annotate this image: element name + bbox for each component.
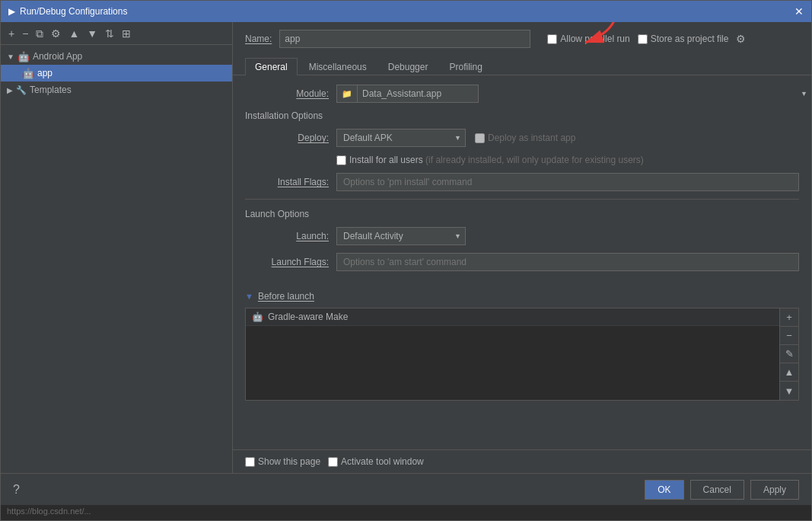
move-up-button[interactable]: ▲ bbox=[65, 27, 82, 40]
launch-select-wrapper: Default Activity ▼ bbox=[336, 227, 466, 245]
install-all-checkbox[interactable] bbox=[336, 155, 346, 165]
launch-label: Launch: bbox=[245, 231, 336, 241]
dialog-body: + − ⧉ ⚙ ▲ ▼ ⇅ ⊞ ▼ 🤖 Android App 🤖 bbox=[1, 22, 811, 473]
module-row: Module: 📁 Data_Assistant.app ▼ bbox=[245, 85, 799, 103]
config-tree: ▼ 🤖 Android App 🤖 app ▶ 🔧 Templates bbox=[1, 45, 232, 473]
store-as-project-file-checkbox[interactable] bbox=[638, 34, 648, 44]
list-remove-button[interactable]: − bbox=[780, 327, 798, 345]
deploy-instant-label: Deploy as instant app bbox=[475, 133, 575, 143]
settings-config-button[interactable]: ⚙ bbox=[48, 27, 64, 40]
before-launch-list-inner: 🤖 Gradle-aware Make bbox=[246, 308, 798, 400]
spacer bbox=[245, 279, 799, 291]
tree-item-templates[interactable]: ▶ 🔧 Templates bbox=[1, 82, 232, 98]
name-row: Name: Allow parall bbox=[233, 22, 811, 54]
store-as-project-file-text: Store as project file bbox=[651, 34, 729, 44]
tab-miscellaneous[interactable]: Miscellaneous bbox=[299, 58, 377, 75]
name-input[interactable] bbox=[279, 30, 530, 48]
before-launch-header: ▼ Before launch bbox=[245, 291, 799, 302]
before-launch-item-gradle[interactable]: 🤖 Gradle-aware Make bbox=[246, 308, 798, 326]
store-as-project-file-label[interactable]: Store as project file bbox=[638, 34, 729, 44]
collapse-before-launch-button[interactable]: ▼ bbox=[245, 292, 253, 301]
launch-options-title: Launch Options bbox=[245, 209, 799, 219]
deploy-row: Deploy: Default APK ▼ Deploy as instant … bbox=[245, 129, 799, 147]
dialog-footer: ? OK Cancel Apply bbox=[1, 473, 811, 505]
close-button[interactable]: ✕ bbox=[794, 6, 804, 17]
launch-flags-row: Launch Flags: bbox=[245, 253, 799, 271]
deploy-select[interactable]: Default APK bbox=[336, 129, 466, 147]
show-page-label[interactable]: Show this page bbox=[245, 456, 320, 467]
list-move-up-button[interactable]: ▲ bbox=[780, 363, 798, 382]
apply-button[interactable]: Apply bbox=[750, 480, 799, 500]
divider bbox=[245, 199, 799, 200]
url-bar: https://blog.csdn.net/... bbox=[1, 505, 811, 520]
list-add-button[interactable]: + bbox=[780, 308, 798, 327]
install-all-row: Install for all users (if already instal… bbox=[336, 155, 799, 165]
dialog: ▶ Run/Debug Configurations ✕ + − ⧉ ⚙ ▲ ▼… bbox=[0, 0, 812, 521]
android-app-label: Android App bbox=[33, 51, 82, 62]
allow-parallel-run-checkbox[interactable] bbox=[547, 34, 557, 44]
deploy-label: Deploy: bbox=[245, 133, 336, 143]
sort-button[interactable]: ⇅ bbox=[102, 27, 117, 40]
extra-button[interactable]: ⊞ bbox=[119, 27, 134, 40]
gear-button[interactable]: ⚙ bbox=[736, 33, 746, 45]
module-select[interactable]: Data_Assistant.app bbox=[357, 85, 479, 103]
bottom-bar: Show this page Activate tool window bbox=[233, 449, 811, 473]
allow-parallel-run-checkbox-label[interactable]: Allow parallel run bbox=[547, 34, 629, 44]
list-side-buttons: + − ✎ ▲ ▼ bbox=[779, 308, 799, 401]
run-debug-icon: ▶ bbox=[8, 6, 15, 17]
launch-select[interactable]: Default Activity bbox=[336, 227, 466, 245]
list-edit-button[interactable]: ✎ bbox=[780, 345, 798, 363]
tab-debugger[interactable]: Debugger bbox=[378, 58, 438, 75]
deploy-instant-checkbox bbox=[475, 133, 485, 143]
launch-flags-label: Launch Flags: bbox=[245, 257, 336, 267]
expand-icon: ▼ bbox=[7, 53, 14, 61]
title-bar: ▶ Run/Debug Configurations ✕ bbox=[1, 1, 811, 22]
title-bar-left: ▶ Run/Debug Configurations bbox=[8, 6, 127, 17]
deploy-instant-text: Deploy as instant app bbox=[488, 133, 575, 143]
templates-expand-icon: ▶ bbox=[7, 86, 13, 94]
deploy-select-wrapper: Default APK ▼ bbox=[336, 129, 466, 147]
tab-general[interactable]: General bbox=[245, 58, 298, 75]
left-toolbar: + − ⧉ ⚙ ▲ ▼ ⇅ ⊞ bbox=[1, 22, 232, 45]
content-area: Module: 📁 Data_Assistant.app ▼ Installat… bbox=[233, 75, 811, 449]
ok-button[interactable]: OK bbox=[645, 480, 683, 500]
module-select-arrow: ▼ bbox=[801, 90, 807, 97]
app-label: app bbox=[37, 68, 53, 78]
cancel-button[interactable]: Cancel bbox=[690, 480, 744, 500]
tree-item-app[interactable]: 🤖 app bbox=[1, 65, 232, 82]
left-panel: + − ⧉ ⚙ ▲ ▼ ⇅ ⊞ ▼ 🤖 Android App 🤖 bbox=[1, 22, 233, 473]
allow-parallel-run-label: Allow parallel run bbox=[560, 34, 629, 44]
launch-flags-input[interactable] bbox=[336, 253, 799, 271]
copy-config-button[interactable]: ⧉ bbox=[33, 27, 46, 40]
name-label: Name: bbox=[245, 34, 272, 44]
tabs-bar: General Miscellaneous Debugger Profiling bbox=[233, 54, 811, 75]
launch-row: Launch: Default Activity ▼ bbox=[245, 227, 799, 245]
install-flags-row: Install Flags: bbox=[245, 173, 799, 191]
right-panel: Name: Allow parall bbox=[233, 22, 811, 473]
list-move-down-button[interactable]: ▼ bbox=[780, 382, 798, 400]
show-page-checkbox[interactable] bbox=[245, 457, 255, 467]
move-down-button[interactable]: ▼ bbox=[84, 27, 100, 40]
android-icon: 🤖 bbox=[18, 50, 30, 62]
activate-tool-window-checkbox[interactable] bbox=[328, 457, 338, 467]
module-label: Module: bbox=[245, 88, 336, 99]
activate-tool-window-label[interactable]: Activate tool window bbox=[328, 456, 424, 467]
wrench-icon: 🔧 bbox=[16, 85, 27, 95]
tab-profiling[interactable]: Profiling bbox=[439, 58, 492, 75]
gradle-make-label: Gradle-aware Make bbox=[268, 312, 348, 322]
right-options: Allow parallel run Store as project file… bbox=[547, 33, 746, 45]
install-flags-input[interactable] bbox=[336, 173, 799, 191]
before-launch-list: 🤖 Gradle-aware Make + − ✎ ▲ ▼ bbox=[245, 308, 799, 401]
help-icon[interactable]: ? bbox=[13, 483, 20, 497]
activate-tool-window-text: Activate tool window bbox=[341, 456, 424, 467]
tree-item-android-app[interactable]: ▼ 🤖 Android App bbox=[1, 48, 232, 65]
dialog-title: Run/Debug Configurations bbox=[20, 6, 127, 17]
install-all-dim: (if already installed, will only update … bbox=[425, 155, 644, 165]
add-config-button[interactable]: + bbox=[5, 27, 18, 40]
before-launch-title: Before launch bbox=[258, 291, 314, 302]
install-all-text: Install for all users (if already instal… bbox=[349, 155, 644, 165]
show-page-text: Show this page bbox=[258, 456, 320, 467]
remove-config-button[interactable]: − bbox=[19, 27, 31, 40]
app-android-icon: 🤖 bbox=[22, 67, 34, 79]
installation-options-title: Installation Options bbox=[245, 110, 799, 121]
